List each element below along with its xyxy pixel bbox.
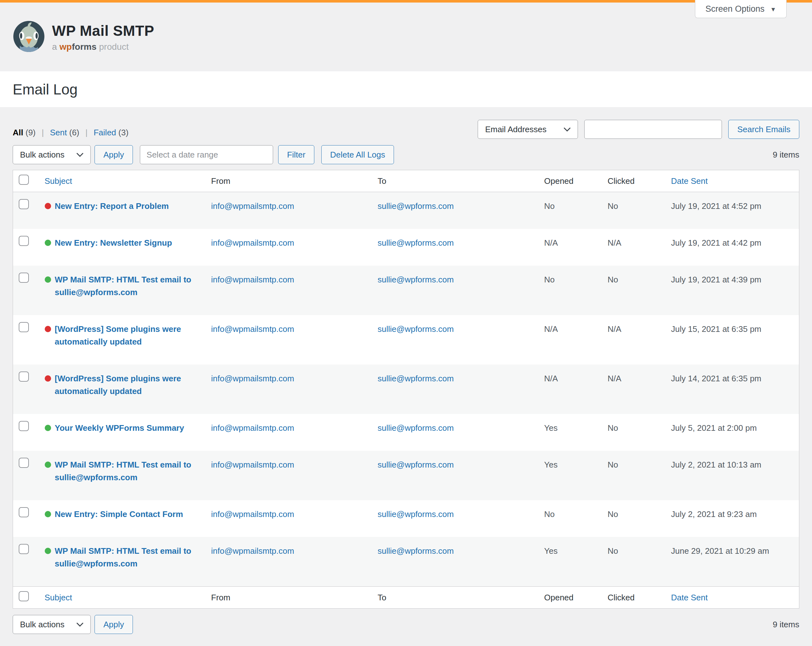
top-accent-bar xyxy=(0,0,812,3)
date-range-input[interactable] xyxy=(140,145,273,164)
to-email-link[interactable]: sullie@wpforms.com xyxy=(378,275,454,284)
status-dot xyxy=(45,375,51,382)
table-row: [WordPress] Some plugins were automatica… xyxy=(13,364,799,414)
email-subject-link[interactable]: WP Mail SMTP: HTML Test email to sullie@… xyxy=(55,273,202,299)
row-checkbox[interactable] xyxy=(19,273,29,283)
email-log-content: All (9) | Sent (6) | Failed (3) Email Ad… xyxy=(0,107,812,634)
filter-sent-count: (6) xyxy=(69,128,79,137)
delete-all-logs-button[interactable]: Delete All Logs xyxy=(321,145,394,164)
opened-cell: No xyxy=(538,192,601,229)
table-row: New Entry: Newsletter Signup info@wpmail… xyxy=(13,229,799,266)
opened-cell: Yes xyxy=(538,414,601,451)
column-header-to: To xyxy=(371,587,538,609)
table-toolbar: Bulk actions Apply Filter Delete All Log… xyxy=(13,145,799,164)
email-subject-link[interactable]: [WordPress] Some plugins were automatica… xyxy=(55,323,202,348)
from-email-link[interactable]: info@wpmailsmtp.com xyxy=(211,238,295,248)
wp-mail-smtp-logo xyxy=(13,20,45,54)
from-email-link[interactable]: info@wpmailsmtp.com xyxy=(211,509,295,519)
row-checkbox[interactable] xyxy=(19,507,29,517)
email-subject-link[interactable]: [WordPress] Some plugins were automatica… xyxy=(55,372,202,398)
table-row: Your Weekly WPForms Summary info@wpmails… xyxy=(13,414,799,451)
row-checkbox[interactable] xyxy=(19,372,29,382)
from-email-link[interactable]: info@wpmailsmtp.com xyxy=(211,423,295,433)
plugin-header: WP Mail SMTP awpformsproduct xyxy=(0,3,812,71)
status-dot xyxy=(45,462,51,468)
date-sent-cell: July 2, 2021 at 9:23 am xyxy=(665,500,799,537)
filter-button[interactable]: Filter xyxy=(278,145,314,164)
from-email-link[interactable]: info@wpmailsmtp.com xyxy=(211,460,295,469)
search-emails-button[interactable]: Search Emails xyxy=(728,120,799,139)
filter-separator: | xyxy=(41,128,44,137)
search-field-select[interactable]: Email Addresses xyxy=(478,120,578,139)
opened-cell: N/A xyxy=(538,364,601,414)
to-email-link[interactable]: sullie@wpforms.com xyxy=(378,423,454,433)
column-header-clicked: Clicked xyxy=(601,170,665,192)
row-checkbox[interactable] xyxy=(19,421,29,431)
filter-failed-count: (3) xyxy=(118,128,128,137)
row-checkbox[interactable] xyxy=(19,458,29,468)
search-field-selected-value: Email Addresses xyxy=(485,125,546,134)
status-filters: All (9) | Sent (6) | Failed (3) xyxy=(13,128,128,139)
email-subject-link[interactable]: WP Mail SMTP: HTML Test email to sullie@… xyxy=(55,459,202,484)
opened-cell: N/A xyxy=(538,229,601,266)
status-dot xyxy=(45,326,51,332)
search-input[interactable] xyxy=(584,120,722,139)
screen-options-label: Screen Options xyxy=(705,4,765,14)
bulk-actions-select[interactable]: Bulk actions xyxy=(13,145,91,164)
clicked-cell: No xyxy=(601,500,665,537)
brand-tagline: awpformsproduct xyxy=(52,42,154,52)
clicked-cell: No xyxy=(601,537,665,587)
filter-all[interactable]: All xyxy=(13,128,23,137)
to-email-link[interactable]: sullie@wpforms.com xyxy=(378,460,454,469)
status-dot xyxy=(45,240,51,246)
from-email-link[interactable]: info@wpmailsmtp.com xyxy=(211,374,295,383)
apply-button[interactable]: Apply xyxy=(95,615,133,634)
search-box: Email Addresses Search Emails xyxy=(478,120,799,139)
from-email-link[interactable]: info@wpmailsmtp.com xyxy=(211,546,295,556)
screen-options-tab[interactable]: Screen Options ▼ xyxy=(695,0,787,18)
from-email-link[interactable]: info@wpmailsmtp.com xyxy=(211,275,295,284)
filter-failed[interactable]: Failed xyxy=(93,128,116,137)
status-dot xyxy=(45,203,51,209)
row-checkbox[interactable] xyxy=(19,544,29,554)
email-subject-link[interactable]: New Entry: Report a Problem xyxy=(55,200,169,212)
email-subject-link[interactable]: New Entry: Newsletter Signup xyxy=(55,236,172,249)
select-all-checkbox[interactable] xyxy=(19,175,29,185)
row-checkbox[interactable] xyxy=(19,199,29,209)
clicked-cell: No xyxy=(601,192,665,229)
chevron-down-icon xyxy=(76,623,83,627)
clicked-cell: No xyxy=(601,414,665,451)
from-email-link[interactable]: info@wpmailsmtp.com xyxy=(211,201,295,211)
to-email-link[interactable]: sullie@wpforms.com xyxy=(378,509,454,519)
to-email-link[interactable]: sullie@wpforms.com xyxy=(378,546,454,556)
column-header-date-sent[interactable]: Date Sent xyxy=(671,593,708,602)
date-sent-cell: July 19, 2021 at 4:42 pm xyxy=(665,229,799,266)
to-email-link[interactable]: sullie@wpforms.com xyxy=(378,201,454,211)
column-header-date-sent[interactable]: Date Sent xyxy=(671,176,708,186)
row-checkbox[interactable] xyxy=(19,322,29,332)
select-all-checkbox[interactable] xyxy=(19,591,29,601)
to-email-link[interactable]: sullie@wpforms.com xyxy=(378,374,454,383)
email-subject-link[interactable]: Your Weekly WPForms Summary xyxy=(55,422,184,434)
status-dot xyxy=(45,276,51,283)
filter-sent[interactable]: Sent xyxy=(50,128,67,137)
title-band: Email Log xyxy=(0,71,812,107)
opened-cell: No xyxy=(538,500,601,537)
column-header-subject[interactable]: Subject xyxy=(45,593,72,602)
clicked-cell: N/A xyxy=(601,229,665,266)
opened-cell: Yes xyxy=(538,451,601,500)
column-header-subject[interactable]: Subject xyxy=(45,176,72,186)
bottom-toolbar: Bulk actions Apply 9 items xyxy=(13,615,799,634)
row-checkbox[interactable] xyxy=(19,236,29,246)
chevron-down-icon xyxy=(564,127,571,131)
to-email-link[interactable]: sullie@wpforms.com xyxy=(378,238,454,248)
email-subject-link[interactable]: New Entry: Simple Contact Form xyxy=(55,508,183,521)
bulk-actions-select[interactable]: Bulk actions xyxy=(13,615,91,634)
from-email-link[interactable]: info@wpmailsmtp.com xyxy=(211,324,295,334)
table-row: New Entry: Report a Problem info@wpmails… xyxy=(13,192,799,229)
apply-button[interactable]: Apply xyxy=(95,145,133,164)
date-sent-cell: July 19, 2021 at 4:52 pm xyxy=(665,192,799,229)
to-email-link[interactable]: sullie@wpforms.com xyxy=(378,324,454,334)
email-subject-link[interactable]: WP Mail SMTP: HTML Test email to sullie@… xyxy=(55,545,202,570)
date-sent-cell: June 29, 2021 at 10:29 am xyxy=(665,537,799,587)
